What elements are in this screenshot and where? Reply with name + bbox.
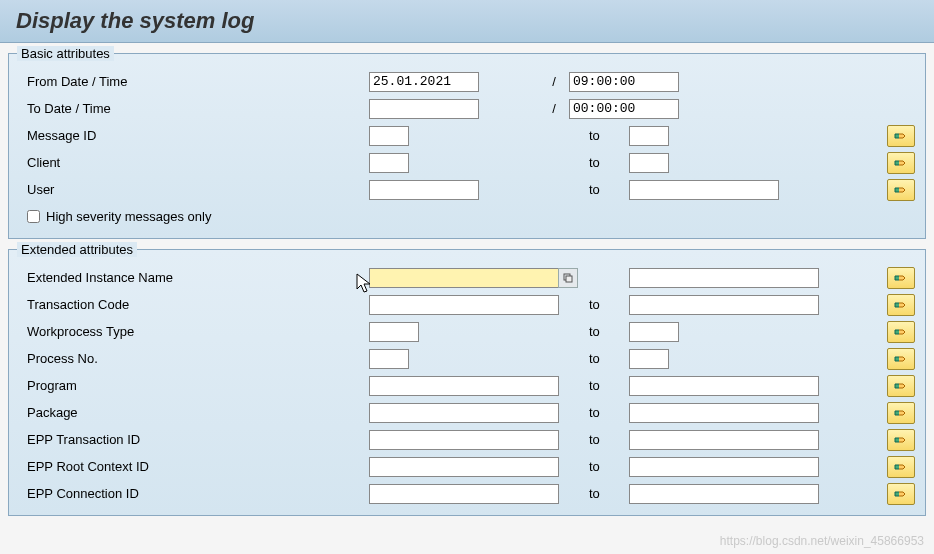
- package-more-button[interactable]: [887, 402, 915, 424]
- procno-more-button[interactable]: [887, 348, 915, 370]
- message-id-from-input[interactable]: [369, 126, 409, 146]
- to-label: to: [569, 182, 629, 197]
- instance-more-button[interactable]: [887, 267, 915, 289]
- to-label: to: [569, 155, 629, 170]
- client-more-button[interactable]: [887, 152, 915, 174]
- watermark-text: https://blog.csdn.net/weixin_45866953: [720, 534, 924, 548]
- instance-name-from-input[interactable]: [369, 268, 559, 288]
- multiple-selection-icon: [894, 299, 908, 311]
- epp-rcid-more-button[interactable]: [887, 456, 915, 478]
- message-id-label: Message ID: [19, 128, 369, 143]
- to-label: to: [569, 297, 629, 312]
- package-to-input[interactable]: [629, 403, 819, 423]
- epp-tid-from-input[interactable]: [369, 430, 559, 450]
- multiple-selection-icon: [894, 130, 908, 142]
- instance-name-label: Extended Instance Name: [19, 270, 369, 285]
- instance-name-f4-button[interactable]: [558, 268, 578, 288]
- extended-attributes-group: Extended attributes Extended Instance Na…: [8, 249, 926, 516]
- to-time-input[interactable]: [569, 99, 679, 119]
- user-from-input[interactable]: [369, 180, 479, 200]
- epp-conn-from-input[interactable]: [369, 484, 559, 504]
- epp-conn-more-button[interactable]: [887, 483, 915, 505]
- to-label: to: [569, 351, 629, 366]
- epp-rcid-label: EPP Root Context ID: [19, 459, 369, 474]
- multiple-selection-icon: [894, 380, 908, 392]
- epp-conn-to-input[interactable]: [629, 484, 819, 504]
- to-date-label: To Date / Time: [19, 101, 369, 116]
- program-to-input[interactable]: [629, 376, 819, 396]
- client-label: Client: [19, 155, 369, 170]
- multiple-selection-icon: [894, 353, 908, 365]
- to-label: to: [569, 459, 629, 474]
- to-date-input[interactable]: [369, 99, 479, 119]
- multiple-selection-icon: [894, 184, 908, 196]
- svg-rect-1: [566, 276, 572, 282]
- epp-rcid-to-input[interactable]: [629, 457, 819, 477]
- tcode-label: Transaction Code: [19, 297, 369, 312]
- epp-conn-label: EPP Connection ID: [19, 486, 369, 501]
- program-label: Program: [19, 378, 369, 393]
- from-date-label: From Date / Time: [19, 74, 369, 89]
- program-more-button[interactable]: [887, 375, 915, 397]
- instance-name-to-input[interactable]: [629, 268, 819, 288]
- wptype-from-input[interactable]: [369, 322, 419, 342]
- multiple-selection-icon: [894, 326, 908, 338]
- client-from-input[interactable]: [369, 153, 409, 173]
- page-header: Display the system log: [0, 0, 934, 43]
- procno-from-input[interactable]: [369, 349, 409, 369]
- procno-label: Process No.: [19, 351, 369, 366]
- tcode-to-input[interactable]: [629, 295, 819, 315]
- to-label: to: [569, 324, 629, 339]
- message-id-to-input[interactable]: [629, 126, 669, 146]
- multiple-selection-icon: [894, 157, 908, 169]
- to-label: to: [569, 378, 629, 393]
- date-time-separator: /: [539, 74, 569, 89]
- tcode-more-button[interactable]: [887, 294, 915, 316]
- to-label: to: [569, 432, 629, 447]
- multiple-selection-icon: [894, 488, 908, 500]
- extended-attributes-title: Extended attributes: [17, 242, 137, 257]
- epp-rcid-from-input[interactable]: [369, 457, 559, 477]
- to-label: to: [569, 405, 629, 420]
- package-from-input[interactable]: [369, 403, 559, 423]
- date-time-separator: /: [539, 101, 569, 116]
- to-label: to: [569, 486, 629, 501]
- basic-attributes-group: Basic attributes From Date / Time / To D…: [8, 53, 926, 239]
- multiple-selection-icon: [894, 407, 908, 419]
- epp-tid-more-button[interactable]: [887, 429, 915, 451]
- wptype-to-input[interactable]: [629, 322, 679, 342]
- epp-tid-to-input[interactable]: [629, 430, 819, 450]
- multiple-selection-icon: [894, 434, 908, 446]
- wptype-label: Workprocess Type: [19, 324, 369, 339]
- procno-to-input[interactable]: [629, 349, 669, 369]
- value-help-icon: [563, 273, 573, 283]
- basic-attributes-title: Basic attributes: [17, 46, 114, 61]
- high-severity-checkbox[interactable]: [27, 210, 40, 223]
- message-id-more-button[interactable]: [887, 125, 915, 147]
- from-date-input[interactable]: [369, 72, 479, 92]
- tcode-from-input[interactable]: [369, 295, 559, 315]
- program-from-input[interactable]: [369, 376, 559, 396]
- epp-tid-label: EPP Transaction ID: [19, 432, 369, 447]
- to-label: to: [569, 128, 629, 143]
- page-title: Display the system log: [16, 8, 918, 34]
- multiple-selection-icon: [894, 272, 908, 284]
- user-label: User: [19, 182, 369, 197]
- wptype-more-button[interactable]: [887, 321, 915, 343]
- user-more-button[interactable]: [887, 179, 915, 201]
- client-to-input[interactable]: [629, 153, 669, 173]
- high-severity-label: High severity messages only: [46, 209, 211, 224]
- multiple-selection-icon: [894, 461, 908, 473]
- user-to-input[interactable]: [629, 180, 779, 200]
- from-time-input[interactable]: [569, 72, 679, 92]
- package-label: Package: [19, 405, 369, 420]
